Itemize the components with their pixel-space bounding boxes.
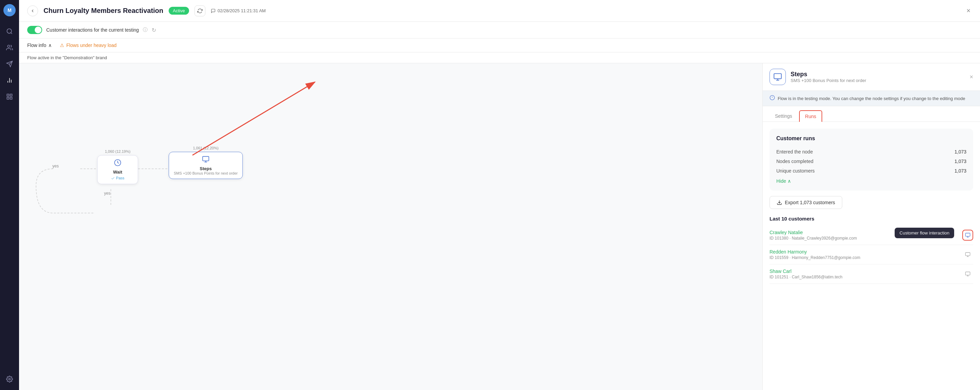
svg-line-20 <box>192 82 315 155</box>
sidebar-item-search[interactable] <box>3 24 16 38</box>
customers-header: Last 10 customers <box>770 216 973 222</box>
svg-line-1 <box>11 33 12 34</box>
customers-title: Last 10 customers <box>770 216 815 222</box>
test-mode-banner: Flow is in the testing mode. You can cha… <box>763 91 980 106</box>
sidebar: M <box>0 0 19 390</box>
panel-content: Customer runs Entered the node 1,073 Nod… <box>763 122 980 390</box>
customer-meta-1: ID 101380 · Natalie_Crawley3926@gompie.c… <box>770 236 857 241</box>
customer-flow-icon-1[interactable] <box>963 230 973 241</box>
warning-text: Flows under heavy load <box>66 43 117 48</box>
export-label: Export 1,073 customers <box>785 200 835 205</box>
wait-node[interactable]: 1,060 (12.19%) Wait Pass <box>97 155 138 184</box>
info-bar: Flow info ∧ ⚠ Flows under heavy load <box>19 38 980 53</box>
nodes-completed-value: 1,073 <box>955 158 966 164</box>
flow-info-caret: ∧ <box>48 43 52 48</box>
yes-label-2: yes <box>104 191 110 196</box>
steps-node-icon <box>174 155 238 165</box>
warning-icon: ⚠ <box>60 43 64 48</box>
sync-icon[interactable] <box>194 5 205 16</box>
svg-rect-31 <box>966 253 970 256</box>
refresh-icon[interactable]: ↻ <box>152 27 156 34</box>
test-mode-icon <box>770 95 775 102</box>
nodes-completed-label: Nodes completed <box>776 158 813 164</box>
wait-node-icon <box>102 159 133 168</box>
panel-title: Steps <box>791 71 866 78</box>
tab-settings[interactable]: Settings <box>770 110 798 121</box>
unique-customers-row: Unique customers 1,073 <box>776 166 966 176</box>
sidebar-item-settings[interactable] <box>3 372 16 386</box>
svg-rect-34 <box>966 272 970 275</box>
panel-header: Steps SMS +100 Bonus Points for next ord… <box>763 63 980 91</box>
svg-rect-28 <box>966 233 970 236</box>
wait-node-pass: Pass <box>102 176 133 181</box>
canvas-area: yes yes 1,060 (12.19%) Wait Pass 1,061 (… <box>19 63 762 390</box>
tooltip: Customer flow interaction <box>895 228 954 238</box>
panel-tabs: Settings Runs <box>763 106 980 122</box>
svg-point-0 <box>7 29 11 34</box>
sidebar-item-integrations[interactable] <box>3 90 16 104</box>
customer-info-3: Shaw Carl ID 101251 · Carl_Shaw1856@iati… <box>770 269 842 280</box>
flow-active-bar: Flow active in the "Demonstration" brand <box>19 53 980 63</box>
steps-node-count: 1,061 (12.20%) <box>193 146 218 150</box>
customer-name-2[interactable]: Redden Harmony <box>770 249 860 254</box>
customer-meta-3: ID 101251 · Carl_Shaw1856@iatim.tech <box>770 275 842 280</box>
customer-info-1: Crawley Natalie ID 101380 · Natalie_Craw… <box>770 230 857 241</box>
customer-action-1: Customer flow interaction <box>963 230 973 241</box>
svg-rect-10 <box>7 98 9 99</box>
svg-rect-7 <box>7 94 9 96</box>
warning-badge: ⚠ Flows under heavy load <box>60 43 117 48</box>
customer-meta-2: ID 101559 · Harmony_Redden7751@gompie.co… <box>770 255 860 260</box>
customer-name-1[interactable]: Crawley Natalie <box>770 230 857 235</box>
info-icon[interactable]: ⓘ <box>143 27 148 33</box>
entered-node-value: 1,073 <box>955 149 966 155</box>
steps-node-title: Steps <box>174 166 238 171</box>
svg-rect-9 <box>10 98 12 99</box>
customer-name-3[interactable]: Shaw Carl <box>770 269 842 274</box>
svg-rect-8 <box>10 94 12 96</box>
unique-customers-value: 1,073 <box>955 168 966 174</box>
sub-header: Customer interactions for the current te… <box>19 22 980 38</box>
yes-label-1: yes <box>52 164 59 168</box>
svg-rect-21 <box>774 74 781 78</box>
panel-close-button[interactable]: × <box>969 74 973 81</box>
customer-row: Redden Harmony ID 101559 · Harmony_Redde… <box>770 245 973 264</box>
toggle-switch[interactable] <box>27 26 42 34</box>
date-text: 02/28/2025 11:21:31 AM <box>218 8 266 13</box>
svg-point-2 <box>8 45 10 48</box>
flow-info-button[interactable]: Flow info ∧ <box>27 43 52 48</box>
customer-row: Crawley Natalie ID 101380 · Natalie_Craw… <box>770 225 973 245</box>
close-button[interactable]: × <box>965 5 972 16</box>
right-panel: Steps SMS +100 Bonus Points for next ord… <box>762 63 980 390</box>
customer-flow-icon-3[interactable] <box>963 269 973 280</box>
tab-runs[interactable]: Runs <box>799 110 822 122</box>
sidebar-item-analytics[interactable] <box>3 74 16 87</box>
flow-info-label: Flow info <box>27 43 46 48</box>
hide-caret: ∧ <box>788 178 791 184</box>
customer-info-2: Redden Harmony ID 101559 · Harmony_Redde… <box>770 249 860 260</box>
hide-link[interactable]: Hide ∧ <box>776 178 966 184</box>
svg-point-11 <box>9 379 11 380</box>
toggle-label: Customer interactions for the current te… <box>46 27 139 33</box>
svg-rect-16 <box>203 157 209 161</box>
date-info[interactable]: 02/28/2025 11:21:31 AM <box>211 8 266 13</box>
avatar[interactable]: M <box>3 4 16 16</box>
test-mode-text: Flow is in the testing mode. You can cha… <box>778 96 965 101</box>
export-button[interactable]: Export 1,073 customers <box>770 196 842 209</box>
red-arrow <box>19 63 762 390</box>
back-button[interactable] <box>27 5 38 16</box>
customer-runs-title: Customer runs <box>776 136 966 142</box>
unique-customers-label: Unique customers <box>776 168 815 174</box>
panel-subtitle: SMS +100 Bonus Points for next order <box>791 78 866 83</box>
steps-node-subtitle: SMS +100 Bonus Points for next order <box>174 171 238 175</box>
steps-node[interactable]: 1,061 (12.20%) Steps SMS +100 Bonus Poin… <box>169 152 243 179</box>
customer-runs-card: Customer runs Entered the node 1,073 Nod… <box>770 129 973 190</box>
page-title: Churn Loyalty Members Reactivation <box>43 7 163 14</box>
customer-flow-icon-2[interactable] <box>963 249 973 260</box>
customer-row: Shaw Carl ID 101251 · Carl_Shaw1856@iati… <box>770 264 973 284</box>
sidebar-item-campaigns[interactable] <box>3 57 16 71</box>
panel-node-icon <box>770 69 786 85</box>
panel-title-block: Steps SMS +100 Bonus Points for next ord… <box>791 71 866 83</box>
entered-node-label: Entered the node <box>776 149 813 155</box>
canvas-connections <box>19 63 762 390</box>
sidebar-item-users[interactable] <box>3 41 16 54</box>
